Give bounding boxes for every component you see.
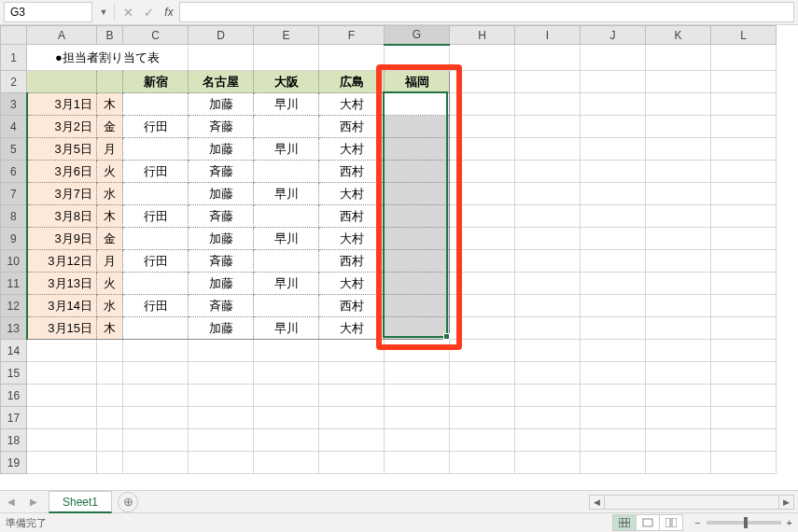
cell-L18[interactable] bbox=[711, 429, 777, 452]
cell-H16[interactable] bbox=[450, 385, 515, 407]
cell-I10[interactable] bbox=[515, 250, 581, 273]
col-header-D[interactable]: D bbox=[189, 26, 254, 45]
cell-H15[interactable] bbox=[450, 362, 515, 385]
cell-D16[interactable] bbox=[189, 385, 254, 407]
row-header-9[interactable]: 9 bbox=[1, 228, 27, 250]
cell-L1[interactable] bbox=[711, 45, 777, 71]
cell-C5[interactable] bbox=[123, 138, 189, 161]
cell-F4[interactable]: 西村 bbox=[319, 116, 385, 138]
cell-H4[interactable] bbox=[450, 116, 515, 138]
cell-H6[interactable] bbox=[450, 161, 515, 183]
cell-B7[interactable]: 水 bbox=[97, 183, 123, 205]
scroll-right-icon[interactable]: ▶ bbox=[778, 496, 793, 509]
cell-K10[interactable] bbox=[646, 250, 711, 273]
row-header-17[interactable]: 17 bbox=[1, 407, 27, 429]
cell-E19[interactable] bbox=[254, 452, 319, 474]
cell-D6[interactable]: 斉藤 bbox=[189, 161, 254, 183]
cell-A2[interactable] bbox=[27, 71, 97, 93]
col-header-A[interactable]: A bbox=[27, 26, 97, 45]
cell-F1[interactable] bbox=[319, 45, 385, 71]
cell-G13[interactable] bbox=[385, 317, 450, 340]
cell-H3[interactable] bbox=[450, 93, 515, 116]
cell-I4[interactable] bbox=[515, 116, 581, 138]
cell-D8[interactable]: 斉藤 bbox=[189, 205, 254, 228]
cell-E7[interactable]: 早川 bbox=[254, 183, 319, 205]
cell-I13[interactable] bbox=[515, 317, 581, 340]
cell-G6[interactable] bbox=[385, 161, 450, 183]
cell-F11[interactable]: 大村 bbox=[319, 273, 385, 295]
cell-L4[interactable] bbox=[711, 116, 777, 138]
cell-L8[interactable] bbox=[711, 205, 777, 228]
cell-J5[interactable] bbox=[581, 138, 646, 161]
cell-D17[interactable] bbox=[189, 407, 254, 429]
cell-F6[interactable]: 西村 bbox=[319, 161, 385, 183]
cell-G10[interactable] bbox=[385, 250, 450, 273]
cell-L14[interactable] bbox=[711, 340, 777, 362]
cell-I12[interactable] bbox=[515, 295, 581, 317]
zoom-out-button[interactable]: − bbox=[694, 517, 700, 528]
cell-C7[interactable] bbox=[123, 183, 189, 205]
cell-H12[interactable] bbox=[450, 295, 515, 317]
cell-J9[interactable] bbox=[581, 228, 646, 250]
zoom-thumb[interactable] bbox=[744, 517, 748, 528]
cell-E5[interactable]: 早川 bbox=[254, 138, 319, 161]
cell-B15[interactable] bbox=[97, 362, 123, 385]
cell-L16[interactable] bbox=[711, 385, 777, 407]
cell-H9[interactable] bbox=[450, 228, 515, 250]
cell-H7[interactable] bbox=[450, 183, 515, 205]
cell-D10[interactable]: 斉藤 bbox=[189, 250, 254, 273]
add-sheet-button[interactable]: ⊕ bbox=[118, 492, 138, 512]
cell-F12[interactable]: 西村 bbox=[319, 295, 385, 317]
cell-A9[interactable]: 3月9日 bbox=[27, 228, 97, 250]
cell-E13[interactable]: 早川 bbox=[254, 317, 319, 340]
cell-D14[interactable] bbox=[189, 340, 254, 362]
cell-L17[interactable] bbox=[711, 407, 777, 429]
cell-D13[interactable]: 加藤 bbox=[189, 317, 254, 340]
cell-B11[interactable]: 火 bbox=[97, 273, 123, 295]
cell-K1[interactable] bbox=[646, 45, 711, 71]
row-header-8[interactable]: 8 bbox=[1, 205, 27, 228]
cell-L5[interactable] bbox=[711, 138, 777, 161]
cell-B13[interactable]: 木 bbox=[97, 317, 123, 340]
cell-A18[interactable] bbox=[27, 429, 97, 452]
row-header-6[interactable]: 6 bbox=[1, 161, 27, 183]
cell-I17[interactable] bbox=[515, 407, 581, 429]
cell-E15[interactable] bbox=[254, 362, 319, 385]
cell-B3[interactable]: 木 bbox=[97, 93, 123, 116]
cell-G1[interactable] bbox=[385, 45, 450, 71]
cell-E8[interactable] bbox=[254, 205, 319, 228]
cell-B17[interactable] bbox=[97, 407, 123, 429]
row-header-13[interactable]: 13 bbox=[1, 317, 27, 340]
cell-C14[interactable] bbox=[123, 340, 189, 362]
cell-I7[interactable] bbox=[515, 183, 581, 205]
select-all-corner[interactable] bbox=[1, 26, 27, 45]
cell-A6[interactable]: 3月6日 bbox=[27, 161, 97, 183]
cell-I19[interactable] bbox=[515, 452, 581, 474]
cell-F18[interactable] bbox=[319, 429, 385, 452]
cell-I6[interactable] bbox=[515, 161, 581, 183]
cell-E18[interactable] bbox=[254, 429, 319, 452]
cell-H13[interactable] bbox=[450, 317, 515, 340]
cell-E3[interactable]: 早川 bbox=[254, 93, 319, 116]
row-header-11[interactable]: 11 bbox=[1, 273, 27, 295]
cell-B19[interactable] bbox=[97, 452, 123, 474]
cell-I14[interactable] bbox=[515, 340, 581, 362]
cell-G17[interactable] bbox=[385, 407, 450, 429]
cell-A4[interactable]: 3月2日 bbox=[27, 116, 97, 138]
scroll-left-icon[interactable]: ◀ bbox=[590, 496, 605, 509]
cell-C9[interactable] bbox=[123, 228, 189, 250]
page-break-view-button[interactable] bbox=[659, 514, 683, 531]
col-header-L[interactable]: L bbox=[711, 26, 777, 45]
cell-J3[interactable] bbox=[581, 93, 646, 116]
cell-F2[interactable]: 広島 bbox=[319, 71, 385, 93]
cell-K12[interactable] bbox=[646, 295, 711, 317]
cell-J19[interactable] bbox=[581, 452, 646, 474]
cell-J14[interactable] bbox=[581, 340, 646, 362]
zoom-slider[interactable] bbox=[707, 521, 781, 525]
cell-A19[interactable] bbox=[27, 452, 97, 474]
cell-J1[interactable] bbox=[581, 45, 646, 71]
zoom-in-button[interactable]: + bbox=[787, 517, 792, 528]
cell-A16[interactable] bbox=[27, 385, 97, 407]
cell-I8[interactable] bbox=[515, 205, 581, 228]
cell-D19[interactable] bbox=[189, 452, 254, 474]
